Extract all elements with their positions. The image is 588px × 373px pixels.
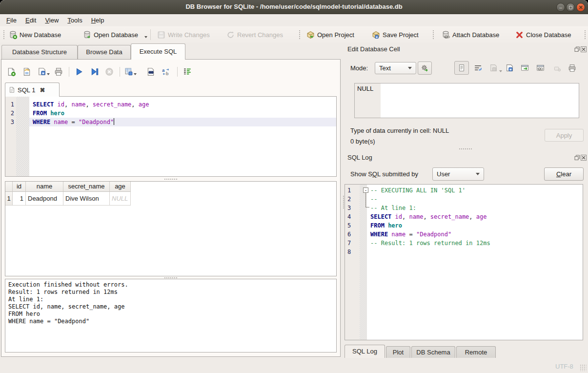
- table-cell[interactable]: 1: [13, 192, 26, 206]
- open-database-dropdown-arrow[interactable]: [144, 36, 147, 38]
- attach-database-icon: [442, 31, 450, 39]
- toggle-comment-icon[interactable]: ab: [162, 67, 170, 76]
- print-sql-icon[interactable]: [54, 67, 63, 76]
- cell-value-editor[interactable]: NULL: [354, 83, 579, 118]
- menu-file[interactable]: File: [2, 16, 21, 25]
- open-in-app-icon[interactable]: [521, 64, 529, 72]
- export-cell-icon[interactable]: [506, 64, 514, 72]
- bottom-tab-db-schema[interactable]: DB Schema: [411, 346, 455, 358]
- mode-combo[interactable]: Text: [375, 62, 416, 74]
- sql-log-close-icon[interactable]: [581, 155, 587, 161]
- sql-log-dock-title: SQL Log: [347, 154, 372, 161]
- set-null-icon: [554, 65, 561, 72]
- sql-log-float-icon[interactable]: [574, 155, 580, 161]
- dock-splitter[interactable]: [459, 148, 472, 150]
- line-number: 8: [345, 248, 360, 256]
- execution-message-box[interactable]: Execution finished without errors. Resul…: [5, 279, 337, 352]
- table-row[interactable]: 1 1DeadpondDive WilsonNULL: [5, 192, 336, 206]
- word-wrap-icon[interactable]: [474, 64, 482, 72]
- edit-cell-close-icon[interactable]: [581, 46, 587, 52]
- fold-marker[interactable]: -: [363, 187, 368, 193]
- save-results-dropdown-arrow[interactable]: [134, 73, 137, 75]
- sql-log-view[interactable]: 12345678 -- EXECUTING ALL IN 'SQL 1'----…: [345, 184, 583, 340]
- open-sql-file-icon[interactable]: [22, 67, 31, 76]
- bottom-tab-remote[interactable]: Remote: [456, 346, 496, 358]
- open-project-icon: [306, 31, 315, 39]
- column-header-secret_name[interactable]: secret_name: [63, 182, 110, 192]
- title-bar[interactable]: DB Browser for SQLite - /home/user/code/…: [0, 0, 588, 14]
- code-line: FROM hero: [29, 109, 336, 118]
- tab-browse-data[interactable]: Browse Data: [78, 45, 131, 59]
- tab-database-structure[interactable]: Database Structure: [1, 45, 78, 59]
- mode-combo-value: Text: [379, 64, 405, 72]
- format-sql-icon[interactable]: [183, 67, 192, 76]
- save-sql-dropdown-arrow[interactable]: [47, 73, 50, 75]
- code-line: WHERE name = "Deadpond": [29, 118, 336, 126]
- copy-link-icon[interactable]: [536, 64, 545, 72]
- code-line: -- At line 1:: [367, 204, 583, 212]
- toolbar-drag-handle3[interactable]: [432, 30, 434, 40]
- open-database-label: Open Database: [94, 31, 138, 39]
- edit-cell-dock-title: Edit Database Cell: [347, 45, 400, 53]
- text-view-button[interactable]: [454, 61, 469, 75]
- bottom-tab-sql-log[interactable]: SQL Log: [345, 345, 385, 358]
- code-line: --: [367, 195, 583, 204]
- line-number: 5: [345, 221, 360, 230]
- line-number: 7: [345, 239, 360, 248]
- code-line: SELECT id, name, secret_name, age: [367, 212, 583, 221]
- sql-toolbar: ab: [7, 67, 192, 77]
- save-sql-file-icon[interactable]: [38, 67, 46, 76]
- line-number: 3: [5, 118, 16, 126]
- execute-line-icon[interactable]: [90, 67, 99, 76]
- toolbar-drag-handle2[interactable]: [299, 30, 301, 40]
- new-database-button[interactable]: New Database: [6, 28, 64, 41]
- close-button[interactable]: ✕: [576, 3, 585, 12]
- menu-tools[interactable]: Tools: [63, 16, 86, 25]
- bottom-tab-plot[interactable]: Plot: [386, 346, 410, 358]
- attach-database-button[interactable]: Attach Database: [439, 28, 502, 41]
- menu-edit[interactable]: Edit: [21, 16, 41, 25]
- table-cell[interactable]: Deadpond: [26, 192, 63, 206]
- sql-editor[interactable]: 123 SELECT id, name, secret_name, ageFRO…: [5, 96, 337, 177]
- menu-view[interactable]: View: [41, 16, 63, 25]
- edit-cell-float-icon[interactable]: [574, 46, 580, 52]
- resize-grip[interactable]: [580, 364, 587, 371]
- column-header-age[interactable]: age: [110, 182, 131, 192]
- save-project-button[interactable]: Save Project: [369, 28, 422, 41]
- column-header-id[interactable]: id: [13, 182, 26, 192]
- toolbar-drag-handle[interactable]: [3, 30, 5, 40]
- sql-tab-label: SQL 1: [18, 86, 35, 94]
- menu-help[interactable]: Help: [87, 16, 109, 25]
- close-database-label: Close Database: [526, 31, 571, 39]
- table-cell[interactable]: NULL: [110, 192, 131, 206]
- results-table[interactable]: idnamesecret_nameage 1 1DeadpondDive Wil…: [5, 181, 337, 276]
- revert-changes-icon: [226, 31, 235, 39]
- editor-results-splitter[interactable]: [164, 178, 178, 180]
- auto-switch-mode-button[interactable]: [418, 62, 432, 75]
- import-cell-icon: [489, 64, 498, 72]
- sql-tab-close-icon[interactable]: ✖: [40, 86, 45, 94]
- find-icon[interactable]: [146, 67, 155, 76]
- sql-tab-1[interactable]: SQL 1 ✖: [5, 83, 60, 97]
- open-project-button[interactable]: Open Project: [304, 28, 357, 41]
- minimize-button[interactable]: –: [556, 3, 565, 12]
- svg-text:b: b: [166, 71, 169, 76]
- open-sql-tab-icon[interactable]: [7, 67, 16, 76]
- sql-log-filter-combo[interactable]: User: [432, 167, 484, 181]
- clear-log-button[interactable]: Clear: [544, 167, 584, 181]
- line-number: 4: [345, 212, 360, 221]
- code-line: -- EXECUTING ALL IN 'SQL 1': [367, 186, 583, 195]
- toolbar-drag-handle4[interactable]: [584, 30, 586, 40]
- print-cell-icon[interactable]: [568, 64, 576, 72]
- import-dropdown-arrow: [499, 70, 502, 72]
- table-cell[interactable]: Dive Wilson: [63, 192, 110, 206]
- cell-editor-margin: NULL: [355, 83, 381, 118]
- close-database-button[interactable]: Close Database: [512, 28, 574, 41]
- open-database-button[interactable]: Open Database: [80, 28, 141, 41]
- save-results-icon[interactable]: [124, 67, 133, 76]
- maximize-button[interactable]: [566, 3, 575, 12]
- tab-execute-sql[interactable]: Execute SQL: [131, 43, 185, 60]
- column-header-name[interactable]: name: [26, 182, 63, 192]
- revert-changes-button: Revert Changes: [223, 28, 286, 41]
- execute-sql-icon[interactable]: [75, 67, 83, 76]
